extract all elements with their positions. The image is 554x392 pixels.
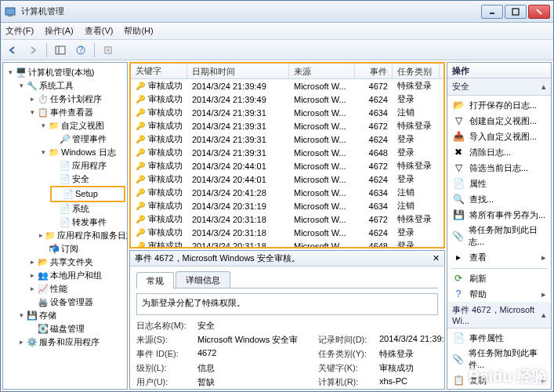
menu-help[interactable]: 帮助(H) [124, 25, 153, 37]
tree-adminevents[interactable]: 🔎管理事件 [50, 132, 125, 146]
tree-log-app[interactable]: 📄应用程序 [50, 159, 125, 172]
tree-winlogs[interactable]: ▾📁Windows 日志 [39, 146, 125, 159]
table-row[interactable]: 🔑审核成功2014/3/24 20:44:01Microsoft W...467… [131, 159, 444, 172]
table-row[interactable]: 🔑审核成功2014/3/24 20:31:18Microsoft W...464… [131, 239, 444, 247]
titlebar[interactable]: 计算机管理 [1, 1, 553, 23]
help-button[interactable]: ? [72, 42, 89, 58]
menu-view[interactable]: 查看(V) [85, 25, 114, 37]
action-icon: ▸ [452, 251, 465, 263]
tree-diskmgmt[interactable]: 💽磁盘管理 [28, 322, 125, 336]
center-panel: 关键字 日期和时间 来源 事件 ID 任务类别 🔑审核成功2014/3/24 2… [129, 62, 445, 390]
detail-close-icon[interactable]: ✕ [433, 253, 440, 263]
action-icon: 📄 [452, 177, 465, 190]
key-icon: 🔑 [136, 82, 145, 90]
action-icon: 📂 [452, 99, 465, 111]
detail-title: 事件 4672，Microsoft Windows 安全审核。 [135, 252, 300, 264]
action-icon: 📄 [452, 332, 465, 344]
tree-panel: ▾🖥️计算机管理(本地) ▾🔧系统工具 ▸⏱️任务计划程序 ▾📋事件查看器 ▾📁… [2, 62, 128, 390]
table-row[interactable]: 🔑审核成功2014/3/24 20:41:28Microsoft W...463… [131, 186, 444, 199]
tree-log-forwarded[interactable]: 📄转发事件 [50, 216, 125, 229]
properties-button[interactable] [100, 42, 117, 58]
actions-header: 操作 [447, 63, 551, 78]
action-item[interactable]: 💾保存选择的事件... [447, 388, 551, 389]
col-datetime[interactable]: 日期和时间 [187, 64, 289, 78]
key-icon: 🔑 [136, 215, 145, 223]
tab-details[interactable]: 详细信息 [176, 271, 230, 288]
actions-panel: 操作 安全▴ 📂打开保存的日志...▽创建自定义视图...📥导入自定义视图...… [447, 62, 552, 390]
menu-file[interactable]: 文件(F) [5, 25, 34, 37]
table-row[interactable]: 🔑审核成功2014/3/24 20:31:19Microsoft W...463… [131, 199, 444, 212]
table-row[interactable]: 🔑审核成功2014/3/24 21:39:31Microsoft W...464… [131, 146, 444, 159]
table-row[interactable]: 🔑审核成功2014/3/24 21:39:31Microsoft W...467… [131, 119, 444, 132]
action-item[interactable]: 📎将任务附加到此事件... [447, 346, 551, 372]
minimize-button[interactable] [481, 5, 503, 19]
table-row[interactable]: 🔑审核成功2014/3/24 20:31:18Microsoft W...467… [131, 212, 444, 226]
action-group-security[interactable]: 安全▴ [447, 78, 551, 96]
table-row[interactable]: 🔑审核成功2014/3/24 21:39:31Microsoft W...463… [131, 106, 444, 119]
tree-eventviewer[interactable]: ▾📋事件查看器 [28, 106, 125, 119]
list-body[interactable]: 🔑审核成功2014/3/24 21:39:49Microsoft W...467… [131, 79, 444, 247]
tree-appsvc-logs[interactable]: ▸📁应用程序和服务日志 [39, 229, 125, 242]
col-taskcat[interactable]: 任务类别 [393, 64, 440, 78]
tree-services[interactable]: ▸⚙️服务和应用程序 [17, 336, 125, 349]
col-keyword[interactable]: 关键字 [131, 64, 187, 78]
svg-rect-1 [8, 15, 13, 16]
tree-perf[interactable]: ▸📈性能 [28, 282, 125, 296]
table-row[interactable]: 🔑审核成功2014/3/24 21:39:31Microsoft W...462… [131, 132, 444, 146]
action-item[interactable]: 📎将任务附加到此日志... [447, 223, 551, 249]
action-group-event[interactable]: 事件 4672，Microsoft Wi...▴ [447, 302, 551, 328]
tree-log-security[interactable]: 📄安全 [50, 172, 125, 186]
close-button[interactable] [528, 5, 550, 19]
tree-systools[interactable]: ▾🔧系统工具 [17, 79, 125, 93]
svg-rect-3 [512, 9, 519, 15]
tree-scheduler[interactable]: ▸⏱️任务计划程序 [28, 93, 125, 106]
action-item[interactable]: ▽筛选当前日志... [447, 160, 551, 176]
tree-log-system[interactable]: 📄系统 [50, 202, 125, 216]
action-refresh[interactable]: ⟳刷新 [447, 270, 551, 286]
tree-customviews[interactable]: ▾📁自定义视图 [39, 119, 125, 132]
tree-storage[interactable]: ▾💾存储 [17, 309, 125, 322]
table-row[interactable]: 🔑审核成功2014/3/24 20:44:01Microsoft W...462… [131, 172, 444, 186]
svg-line-5 [537, 9, 541, 14]
tree-root[interactable]: ▾🖥️计算机管理(本地) [6, 66, 125, 79]
col-eventid[interactable]: 事件 ID [355, 64, 393, 78]
detail-header: 事件 4672，Microsoft Windows 安全审核。 ✕ [130, 251, 444, 267]
key-icon: 🔑 [136, 148, 145, 157]
key-icon: 🔑 [136, 201, 145, 210]
show-hide-button[interactable] [52, 42, 69, 58]
action-item[interactable]: 💾将所有事件另存为... [447, 207, 551, 223]
action-item[interactable]: 📥导入自定义视图... [447, 129, 551, 144]
tab-general[interactable]: 常规 [136, 272, 174, 289]
action-icon: 📥 [452, 130, 465, 143]
tree-shared[interactable]: ▸📂共享文件夹 [28, 256, 125, 269]
action-item[interactable]: ✖清除日志... [447, 144, 551, 160]
event-list: 关键字 日期和时间 来源 事件 ID 任务类别 🔑审核成功2014/3/24 2… [129, 62, 445, 249]
action-item[interactable]: 🔍查找... [447, 191, 551, 207]
action-item[interactable]: ▽创建自定义视图... [447, 113, 551, 129]
action-item[interactable]: 📂打开保存的日志... [447, 97, 551, 113]
action-item[interactable]: 📄属性 [447, 176, 551, 191]
nav-back-button[interactable] [4, 42, 21, 58]
action-icon: 📎 [452, 230, 464, 242]
nav-tree[interactable]: ▾🖥️计算机管理(本地) ▾🔧系统工具 ▸⏱️任务计划程序 ▾📋事件查看器 ▾📁… [3, 63, 127, 389]
action-help[interactable]: ?帮助▸ [447, 286, 551, 302]
list-header[interactable]: 关键字 日期和时间 来源 事件 ID 任务类别 [131, 64, 444, 79]
tree-localusers[interactable]: ▸👥本地用户和组 [28, 269, 125, 282]
event-description[interactable]: 为新登录分配了特殊权限。 [136, 293, 438, 315]
action-item[interactable]: ▸查看▸ [447, 249, 551, 265]
menu-action[interactable]: 操作(A) [45, 25, 74, 37]
maximize-button[interactable] [505, 5, 527, 19]
table-row[interactable]: 🔑审核成功2014/3/24 21:39:49Microsoft W...462… [131, 93, 444, 106]
tree-devmgr[interactable]: 🖨️设备管理器 [28, 296, 125, 309]
tree-subscriptions[interactable]: 📬订阅 [39, 242, 125, 256]
action-item[interactable]: 📋复制▸ [447, 372, 551, 388]
tree-log-setup[interactable]: 📄Setup [50, 186, 125, 202]
refresh-icon: ⟳ [452, 272, 465, 285]
svg-rect-10 [105, 47, 111, 53]
key-icon: 🔑 [136, 228, 145, 237]
table-row[interactable]: 🔑审核成功2014/3/24 21:39:49Microsoft W...467… [131, 79, 444, 93]
col-source[interactable]: 来源 [289, 64, 355, 78]
table-row[interactable]: 🔑审核成功2014/3/24 20:31:18Microsoft W...462… [131, 226, 444, 239]
nav-fwd-button[interactable] [24, 42, 42, 58]
action-item[interactable]: 📄事件属性 [447, 330, 551, 346]
